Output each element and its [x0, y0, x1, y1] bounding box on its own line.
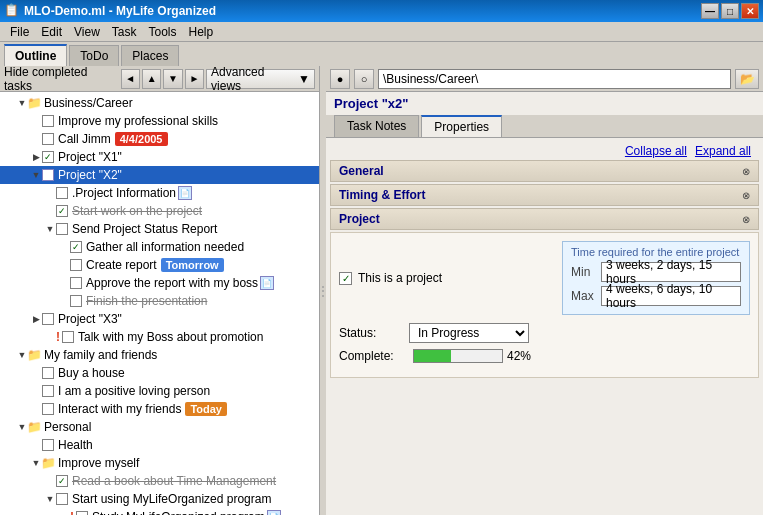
- tree-item-project-x1[interactable]: ▶ Project "X1": [0, 148, 319, 166]
- project-title: Project "x2": [326, 92, 763, 115]
- task-checkbox[interactable]: [56, 475, 68, 487]
- item-label: Gather all information needed: [86, 240, 244, 254]
- project-section-content: This is a project Time required for the …: [330, 232, 759, 378]
- tree-item-start-work[interactable]: Start work on the project: [0, 202, 319, 220]
- addr-back-button[interactable]: ●: [330, 69, 350, 89]
- task-checkbox[interactable]: [62, 331, 74, 343]
- right-tab-bar: Task Notes Properties: [326, 115, 763, 138]
- tree-item-send-report[interactable]: ▼ Send Project Status Report: [0, 220, 319, 238]
- tree-item-project-x3[interactable]: ▶ Project "X3": [0, 310, 319, 328]
- window-controls[interactable]: — □ ✕: [701, 3, 759, 19]
- item-label: Start work on the project: [72, 204, 202, 218]
- expander-icon[interactable]: ▼: [30, 169, 42, 181]
- status-select[interactable]: In Progress Not Started Completed Waitin…: [409, 323, 529, 343]
- tree-item-business-career[interactable]: ▼ 📁 Business/Career: [0, 94, 319, 112]
- menu-task[interactable]: Task: [106, 23, 143, 41]
- addr-forward-button[interactable]: ○: [354, 69, 374, 89]
- menu-help[interactable]: Help: [183, 23, 220, 41]
- tree-item-talk-boss[interactable]: ! Talk with my Boss about promotion: [0, 328, 319, 346]
- advanced-views-dropdown[interactable]: Advanced views ▼: [206, 69, 315, 89]
- task-checkbox[interactable]: [42, 313, 54, 325]
- expander-icon[interactable]: ▼: [44, 493, 56, 505]
- close-button[interactable]: ✕: [741, 3, 759, 19]
- tree-item-health[interactable]: Health: [0, 436, 319, 454]
- project-section-header[interactable]: Project ⊗: [330, 208, 759, 230]
- min-value[interactable]: 3 weeks, 2 days, 15 hours: [601, 262, 741, 282]
- tab-todo[interactable]: ToDo: [69, 45, 119, 66]
- tree-item-call-jimm[interactable]: Call Jimm 4/4/2005: [0, 130, 319, 148]
- tree-item-improve-prof[interactable]: Improve my professional skills: [0, 112, 319, 130]
- tree-item-buy-house[interactable]: Buy a house: [0, 364, 319, 382]
- expander-icon[interactable]: ▶: [30, 151, 42, 163]
- tree-item-gather-info[interactable]: Gather all information needed: [0, 238, 319, 256]
- timing-section-header[interactable]: Timing & Effort ⊗: [330, 184, 759, 206]
- nav-back-button[interactable]: ◄: [121, 69, 140, 89]
- task-checkbox[interactable]: [70, 259, 82, 271]
- tab-places[interactable]: Places: [121, 45, 179, 66]
- menu-file[interactable]: File: [4, 23, 35, 41]
- tree-item-improve-myself[interactable]: ▼ 📁 Improve myself: [0, 454, 319, 472]
- nav-forward-button[interactable]: ►: [185, 69, 204, 89]
- task-checkbox[interactable]: [56, 187, 68, 199]
- item-label: Talk with my Boss about promotion: [78, 330, 263, 344]
- task-checkbox[interactable]: [70, 241, 82, 253]
- expander-icon: [44, 331, 56, 343]
- expander-icon[interactable]: ▶: [30, 313, 42, 325]
- address-input[interactable]: [378, 69, 731, 89]
- complete-row: Complete: 42%: [339, 349, 750, 363]
- general-section-header[interactable]: General ⊗: [330, 160, 759, 182]
- due-date-badge: 4/4/2005: [115, 132, 168, 146]
- minimize-button[interactable]: —: [701, 3, 719, 19]
- max-value[interactable]: 4 weeks, 6 days, 10 hours: [601, 286, 741, 306]
- app-icon: 📋: [4, 3, 20, 19]
- collapse-all-link[interactable]: Collapse all: [625, 144, 687, 158]
- tree-item-start-mlo[interactable]: ▼ Start using MyLifeOrganized program: [0, 490, 319, 508]
- task-checkbox[interactable]: [42, 385, 54, 397]
- task-checkbox[interactable]: [42, 403, 54, 415]
- menu-tools[interactable]: Tools: [143, 23, 183, 41]
- menu-view[interactable]: View: [68, 23, 106, 41]
- tree-item-project-info[interactable]: .Project Information 📄: [0, 184, 319, 202]
- task-checkbox[interactable]: [56, 205, 68, 217]
- menu-edit[interactable]: Edit: [35, 23, 68, 41]
- tab-outline[interactable]: Outline: [4, 44, 67, 66]
- folder-open-icon: 📂: [740, 72, 755, 86]
- tree-item-create-report[interactable]: Create report Tomorrow: [0, 256, 319, 274]
- task-checkbox[interactable]: [56, 223, 68, 235]
- task-checkbox[interactable]: [42, 151, 54, 163]
- task-checkbox[interactable]: [42, 439, 54, 451]
- task-checkbox[interactable]: [42, 169, 54, 181]
- tree-item-loving[interactable]: I am a positive loving person: [0, 382, 319, 400]
- tree-item-approve-report[interactable]: Approve the report with my boss 📄: [0, 274, 319, 292]
- item-label: Business/Career: [44, 96, 133, 110]
- addr-go-button[interactable]: 📂: [735, 69, 759, 89]
- item-label: I am a positive loving person: [58, 384, 210, 398]
- tree-item-project-x2[interactable]: ▼ Project "X2": [0, 166, 319, 184]
- tree-item-read-book[interactable]: Read a book about Time Management: [0, 472, 319, 490]
- task-checkbox[interactable]: [42, 367, 54, 379]
- task-tree[interactable]: ▼ 📁 Business/Career Improve my professio…: [0, 92, 319, 515]
- task-checkbox[interactable]: [70, 277, 82, 289]
- is-project-checkbox[interactable]: [339, 272, 352, 285]
- expander-icon: [30, 439, 42, 451]
- task-checkbox[interactable]: [56, 493, 68, 505]
- task-checkbox[interactable]: [42, 133, 54, 145]
- tree-item-study-mlo[interactable]: ! Study MyLifeOrganized program 📄: [0, 508, 319, 515]
- tree-item-family[interactable]: ▼ 📁 My family and friends: [0, 346, 319, 364]
- maximize-button[interactable]: □: [721, 3, 739, 19]
- tree-item-finish-pres[interactable]: Finish the presentation: [0, 292, 319, 310]
- tab-task-notes[interactable]: Task Notes: [334, 115, 419, 137]
- task-checkbox[interactable]: [42, 115, 54, 127]
- expander-icon[interactable]: ▼: [44, 223, 56, 235]
- expander-icon: [30, 367, 42, 379]
- item-label: Project "X1": [58, 150, 122, 164]
- nav-up-button[interactable]: ▲: [142, 69, 161, 89]
- nav-down-button[interactable]: ▼: [163, 69, 182, 89]
- hide-completed-label: Hide completed tasks: [4, 66, 115, 93]
- expand-all-link[interactable]: Expand all: [695, 144, 751, 158]
- tab-properties[interactable]: Properties: [421, 115, 502, 137]
- tree-item-personal[interactable]: ▼ 📁 Personal: [0, 418, 319, 436]
- tree-item-interact-friends[interactable]: Interact with my friends Today: [0, 400, 319, 418]
- task-checkbox[interactable]: [70, 295, 82, 307]
- task-checkbox[interactable]: [76, 511, 88, 515]
